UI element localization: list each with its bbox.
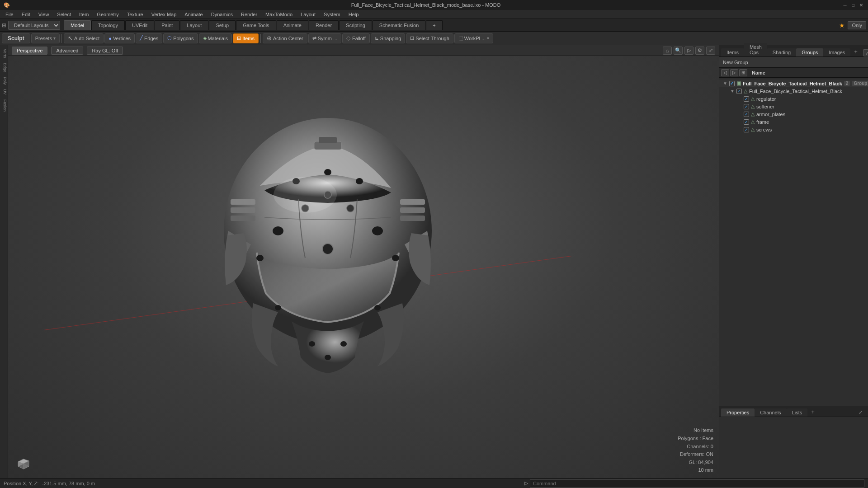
- tab-setup[interactable]: Setup: [209, 20, 236, 30]
- symmetry-icon: ⇌: [312, 35, 316, 41]
- vertices-button[interactable]: ● Vertices: [104, 33, 135, 43]
- command-input[interactable]: [530, 479, 864, 488]
- minimize-button[interactable]: ─: [842, 2, 848, 8]
- rp-tab-add[interactable]: +: [850, 47, 861, 56]
- tab-gametools[interactable]: Game Tools: [236, 20, 276, 30]
- menu-render[interactable]: Render: [237, 11, 261, 18]
- maximize-button[interactable]: □: [850, 2, 856, 8]
- bp-tab-add[interactable]: +: [807, 407, 818, 417]
- viewport-tab-advanced[interactable]: Advanced: [51, 47, 83, 55]
- tree-check-regulator[interactable]: ✓: [744, 96, 749, 102]
- menu-texture[interactable]: Texture: [123, 11, 147, 18]
- vp-ctrl-home[interactable]: ⌂: [663, 47, 672, 55]
- close-button[interactable]: ✕: [858, 2, 864, 8]
- tab-layout[interactable]: Layout: [180, 20, 208, 30]
- vp-ctrl-search[interactable]: 🔍: [674, 47, 683, 55]
- viewport-canvas[interactable]: No Items Polygons : Face Channels: 0 Def…: [8, 56, 719, 478]
- tab-uvedit[interactable]: UVEdit: [125, 20, 154, 30]
- il-ctrl-left[interactable]: ◁: [721, 69, 729, 76]
- menu-select[interactable]: Select: [53, 11, 75, 18]
- sidebar-item-poly[interactable]: Poly: [0, 75, 8, 87]
- rp-tab-meshops[interactable]: Mesh Ops: [744, 43, 767, 56]
- polygons-button[interactable]: ⬡ Polygons: [163, 33, 198, 43]
- menu-maxtomodo[interactable]: MaxToModo: [262, 11, 296, 18]
- workplane-more-icon: ▾: [487, 36, 489, 41]
- tab-animate[interactable]: Animate: [277, 20, 308, 30]
- only-button[interactable]: Only: [848, 21, 866, 29]
- menu-view[interactable]: View: [35, 11, 53, 18]
- sculpt-button[interactable]: Sculpt: [2, 33, 30, 43]
- menu-help[interactable]: Help: [345, 11, 363, 18]
- tree-check-main[interactable]: ✓: [736, 89, 742, 94]
- menu-vertexmap[interactable]: Vertex Map: [148, 11, 180, 18]
- rp-tab-shading[interactable]: Shading: [767, 48, 796, 56]
- sidebar-item-verts[interactable]: Verts: [0, 47, 8, 60]
- menu-geometry[interactable]: Geometry: [93, 11, 122, 18]
- bp-expand-btn[interactable]: ⤢: [855, 408, 866, 417]
- vp-ctrl-expand[interactable]: ⤢: [706, 47, 715, 55]
- symmetry-button[interactable]: ⇌ Symm ...: [308, 33, 341, 43]
- sidebar-item-uv[interactable]: UV: [0, 87, 8, 97]
- tab-model[interactable]: Model: [64, 20, 91, 30]
- sidebar-item-fusion[interactable]: Fusion: [0, 98, 8, 113]
- snapping-button[interactable]: ⊾ Snapping: [371, 33, 406, 43]
- menu-dynamics[interactable]: Dynamics: [208, 11, 236, 18]
- tree-check-screws[interactable]: ✓: [744, 127, 749, 132]
- viewport-tab-perspective[interactable]: Perspective: [12, 47, 47, 55]
- select-through-icon: ⊡: [410, 35, 414, 41]
- menu-item[interactable]: Item: [75, 11, 92, 18]
- tree-item-armor-plates[interactable]: ✓ △ armor_plates: [719, 110, 868, 118]
- layout-selector[interactable]: Default Layouts: [8, 21, 60, 30]
- mesh-icon-softener: △: [751, 103, 755, 109]
- tree-check-softener[interactable]: ✓: [744, 104, 749, 109]
- vp-ctrl-settings[interactable]: ⚙: [695, 47, 704, 55]
- tree-checkbox-group[interactable]: ✓: [729, 81, 735, 86]
- edges-button[interactable]: ╱ Edges: [136, 33, 162, 43]
- falloff-button[interactable]: ◌ Falloff: [342, 33, 370, 43]
- cube-gizmo[interactable]: [14, 454, 33, 472]
- tree-check-frame[interactable]: ✓: [744, 119, 749, 125]
- tree-item-screws[interactable]: ✓ △ screws: [719, 126, 868, 133]
- tree-check-armor[interactable]: ✓: [744, 112, 749, 117]
- menu-edit[interactable]: Edit: [18, 11, 34, 18]
- vp-ctrl-render[interactable]: ▷: [684, 47, 693, 55]
- tree-item-regulator[interactable]: ✓ △ regulator: [719, 95, 868, 103]
- tree-item-softener[interactable]: ✓ △ softener: [719, 103, 868, 110]
- tree-item-main[interactable]: ▼ ✓ △ Full_Face_Bicycle_Tactical_Helmet_…: [719, 87, 868, 95]
- sidebar-item-edge[interactable]: Edge: [0, 61, 8, 74]
- tab-schematic[interactable]: Schematic Fusion: [373, 20, 425, 30]
- tab-render[interactable]: Render: [309, 20, 339, 30]
- workplane-button[interactable]: ⬚ WorkPl ... ▾: [454, 33, 493, 43]
- materials-button[interactable]: ◈ Materials: [199, 33, 232, 43]
- rp-expand-btn[interactable]: ⤢: [863, 49, 868, 56]
- materials-icon: ◈: [203, 35, 207, 41]
- menu-animate[interactable]: Animate: [181, 11, 206, 18]
- items-button[interactable]: ⊞ Items: [233, 33, 259, 43]
- svg-rect-4: [400, 199, 425, 205]
- tree-item-group-root[interactable]: ▼ ✓ ▣ Full_Face_Bicycle_Tactical_Helmet_…: [719, 80, 868, 87]
- menu-system[interactable]: System: [320, 11, 344, 18]
- il-ctrl-grid[interactable]: ⊞: [739, 69, 747, 76]
- tab-add[interactable]: +: [426, 20, 442, 30]
- svg-point-16: [256, 255, 264, 261]
- bp-tab-properties[interactable]: Properties: [721, 408, 755, 417]
- rp-tab-images[interactable]: Images: [823, 48, 850, 56]
- il-ctrl-right[interactable]: ▷: [730, 69, 738, 76]
- viewport-tab-raygl[interactable]: Ray GL: Off: [87, 47, 123, 55]
- action-center-button[interactable]: ⊕ Action Center: [263, 33, 307, 43]
- new-group-button[interactable]: New Group: [719, 57, 868, 68]
- bp-tab-lists[interactable]: Lists: [787, 408, 808, 417]
- tab-scripting[interactable]: Scripting: [339, 20, 372, 30]
- menu-layout[interactable]: Layout: [297, 11, 319, 18]
- tab-topology[interactable]: Topology: [91, 20, 125, 30]
- falloff-icon: ◌: [346, 35, 351, 41]
- tree-item-frame[interactable]: ✓ △ frame: [719, 118, 868, 126]
- menu-file[interactable]: File: [2, 11, 17, 18]
- rp-tab-items[interactable]: Items: [721, 48, 744, 56]
- tab-paint[interactable]: Paint: [155, 20, 179, 30]
- rp-tab-groups[interactable]: Groups: [796, 48, 823, 56]
- presets-button[interactable]: Presets ▾: [31, 33, 60, 43]
- auto-select-button[interactable]: ↖ Auto Select: [64, 33, 104, 43]
- select-through-button[interactable]: ⊡ Select Through: [406, 33, 453, 43]
- bp-tab-channels[interactable]: Channels: [755, 408, 786, 417]
